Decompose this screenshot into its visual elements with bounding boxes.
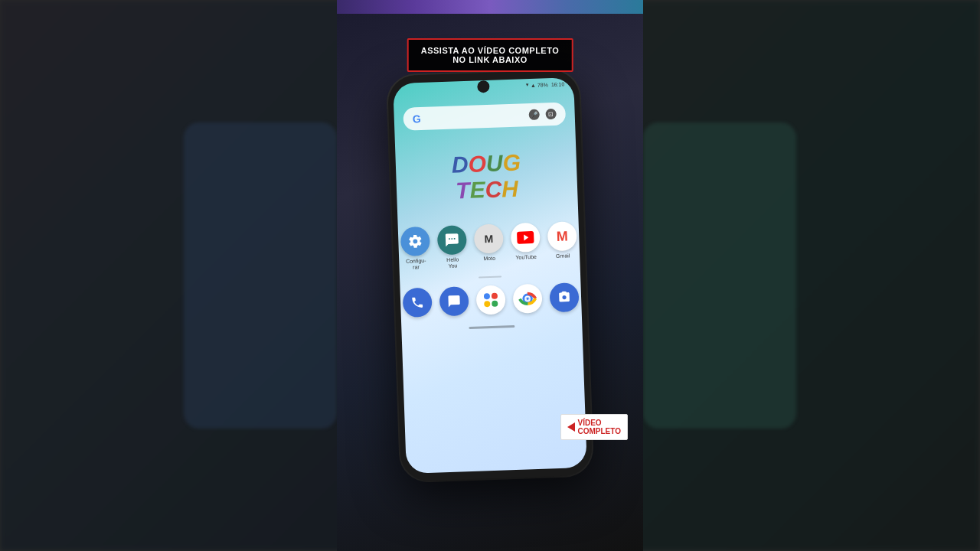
dock-messages[interactable] [439,286,469,318]
battery-text: 78% [537,82,548,87]
badge-arrow [567,422,575,432]
dock-assistant[interactable] [475,285,505,318]
logo-letter-d: D [451,152,469,178]
ga-dot-yellow [484,301,490,307]
phone-icon[interactable] [403,288,433,318]
google-logo: G [413,112,421,125]
ga-dot-blue [484,293,490,299]
video-completo-text: VÍDEO COMPLETO [578,419,621,435]
moto-icon[interactable]: M [474,223,504,253]
time-text: 16:10 [551,81,565,87]
youtube-icon[interactable] [511,223,541,253]
phone-notch [477,80,490,93]
app-youtube[interactable]: YouTube [511,223,541,267]
google-search-bar[interactable]: G 🎤 ⊡ [403,102,566,130]
wifi-icon: ▾ [526,82,529,88]
helloyou-icon[interactable] [437,225,467,255]
banner-line1: ASSISTA AO VÍDEO COMPLETO [421,46,560,55]
dock-chrome[interactable] [512,284,542,316]
app-settings[interactable]: Configu- rar [400,227,431,271]
phone-screen: ▾ ▲ 78% 16:10 G 🎤 ⊡ [393,77,587,474]
phone-scene: ASSISTA AO VÍDEO COMPLETO NO LINK ABAIXO… [337,0,643,551]
dock-camera[interactable] [549,282,579,315]
badge-line2: COMPLETO [578,427,621,435]
badge-line1: VÍDEO [578,419,621,427]
banner-overlay: ASSISTA AO VÍDEO COMPLETO NO LINK ABAIXO [407,38,573,72]
ga-dot-green [492,301,498,307]
mic-icon[interactable]: 🎤 [528,109,539,120]
logo-letter-c: C [485,176,502,202]
dock-separator [479,276,501,279]
bg-left-panel [0,0,337,551]
dock-row [400,278,582,324]
youtube-play-triangle [524,234,528,240]
youtube-inner [517,231,534,244]
youtube-label: YouTube [515,254,537,261]
logo-letter-e: E [469,177,485,203]
gmail-icon[interactable]: M [547,221,577,251]
logo-letter-h: H [501,176,519,202]
app-icons-row: Configu- rar Hello You [397,215,580,277]
settings-label: Configu- rar [406,258,426,270]
dougtech-logo: DOUG TECH [395,148,577,206]
helloyou-label: Hello You [446,256,459,269]
moto-label: Moto [483,256,495,262]
logo-letter-u: U [485,150,503,176]
top-gradient-bar [337,0,643,14]
camera-icon[interactable] [549,282,579,312]
app-moto[interactable]: M Moto [474,223,505,268]
logo-letter-g: G [502,150,521,176]
messages-icon[interactable] [439,286,469,316]
search-bar-icons: 🎤 ⊡ [528,109,556,120]
logo-letter-t: T [456,178,470,204]
settings-icon[interactable] [400,227,430,256]
status-icons: ▾ ▲ 78% 16:10 [526,80,565,88]
banner-line2: NO LINK ABAIXO [421,55,560,64]
signal-icon: ▲ [531,82,536,87]
bg-right-panel [643,0,980,551]
app-helloyou[interactable]: Hello You [437,225,468,269]
chrome-icon[interactable] [512,284,542,314]
chrome-svg [518,289,537,308]
lens-icon[interactable]: ⊡ [545,109,556,119]
gmail-letter: M [556,228,568,245]
app-gmail[interactable]: M Gmail [547,221,578,266]
video-completo-badge: VÍDEO COMPLETO [560,414,628,440]
gmail-label: Gmail [556,253,570,259]
ga-dot-red [492,293,498,299]
assistant-dots [484,293,498,308]
dock-phone[interactable] [403,288,433,320]
bg-right-phone-hint [643,122,796,429]
home-indicator [469,325,514,329]
logo-tech-row: TECH [397,174,578,206]
bg-left-phone-hint [184,122,337,429]
main-video-area: ASSISTA AO VÍDEO COMPLETO NO LINK ABAIXO… [337,0,643,551]
logo-letter-o: O [468,151,486,177]
assistant-icon[interactable] [475,285,505,315]
